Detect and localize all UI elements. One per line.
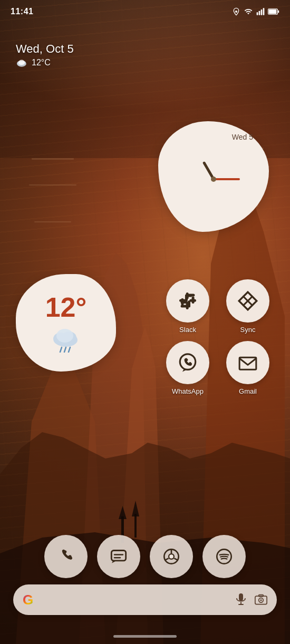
messages-icon: [109, 547, 129, 566]
svg-marker-10: [132, 501, 139, 516]
chrome-icon: [161, 547, 181, 567]
clock-date-label: Wed 5: [232, 133, 253, 141]
spotify-icon: [214, 547, 234, 567]
slack-icon: [177, 290, 199, 312]
status-time: 11:41: [11, 7, 33, 16]
svg-rect-19: [259, 11, 260, 15]
slack-label: Slack: [179, 326, 196, 334]
dock: [44, 535, 246, 578]
svg-rect-52: [239, 357, 256, 369]
wifi-icon: [244, 7, 253, 16]
svg-line-60: [165, 558, 169, 560]
svg-rect-12: [29, 184, 76, 186]
signal-icon: [256, 7, 265, 16]
clock-widget[interactable]: Wed 5: [158, 121, 269, 232]
svg-point-32: [56, 329, 73, 343]
weather-row: 12°C: [16, 58, 74, 67]
phone-icon: [56, 547, 75, 566]
svg-rect-18: [257, 12, 258, 15]
svg-line-33: [60, 347, 62, 352]
svg-point-17: [235, 11, 237, 13]
search-lens-icon[interactable]: [255, 594, 267, 606]
app-item-whatsapp[interactable]: WhatsApp: [161, 341, 214, 395]
svg-point-69: [260, 599, 262, 601]
svg-rect-67: [259, 595, 264, 597]
svg-point-28: [18, 60, 25, 65]
status-icons: [232, 7, 279, 16]
gmail-icon-circle: [226, 341, 269, 384]
search-mic-icon[interactable]: [235, 593, 247, 607]
svg-rect-42: [188, 294, 195, 297]
app-item-gmail[interactable]: Gmail: [221, 341, 274, 395]
weather-icon: [49, 325, 83, 353]
small-cloud-icon: [16, 58, 27, 67]
svg-rect-44: [179, 299, 186, 302]
weather-widget[interactable]: 12°: [16, 274, 116, 372]
battery-icon: [268, 8, 279, 15]
sync-label: Sync: [240, 326, 256, 334]
whatsapp-label: WhatsApp: [172, 387, 204, 395]
status-bar: 11:41: [0, 0, 290, 23]
svg-line-35: [69, 347, 70, 352]
app-item-slack[interactable]: Slack: [161, 279, 214, 334]
sync-icon-circle: [226, 279, 269, 323]
clock-minute-hand: [214, 178, 240, 180]
app-grid: Slack Sync WhatsApp: [161, 279, 274, 395]
svg-rect-13: [34, 221, 71, 222]
svg-rect-63: [239, 593, 243, 601]
clock-face: [185, 150, 243, 208]
svg-point-51: [180, 354, 195, 369]
svg-rect-53: [111, 550, 125, 560]
weather-temp-large: 12°: [45, 294, 87, 321]
dock-chrome[interactable]: [150, 535, 193, 578]
rain-cloud-icon: [49, 325, 83, 353]
dock-phone[interactable]: [44, 535, 88, 578]
home-indicator: [113, 635, 177, 638]
location-icon: [232, 7, 240, 16]
weather-temp-small: 12°C: [32, 58, 51, 67]
svg-rect-20: [261, 9, 263, 15]
weather-blob: 12°: [16, 274, 116, 372]
google-logo: G: [23, 592, 33, 608]
slack-icon-circle: [166, 279, 209, 323]
gmail-label: Gmail: [239, 387, 257, 395]
svg-rect-21: [263, 8, 265, 15]
whatsapp-icon-circle: [166, 341, 209, 384]
dock-spotify[interactable]: [202, 535, 246, 578]
google-g-letter: G: [23, 592, 33, 608]
svg-point-58: [169, 554, 173, 559]
sync-icon: [237, 290, 259, 312]
svg-rect-23: [269, 9, 277, 14]
svg-rect-46: [186, 292, 189, 299]
svg-rect-11: [32, 158, 74, 160]
clock-center-dot: [211, 177, 216, 182]
svg-rect-45: [189, 299, 196, 302]
date-display: Wed, Oct 5: [16, 42, 74, 56]
date-weather-header: Wed, Oct 5 12°C: [16, 42, 74, 67]
svg-line-34: [64, 347, 66, 352]
svg-rect-9: [134, 514, 137, 538]
svg-marker-8: [119, 506, 127, 519]
app-item-sync[interactable]: Sync: [221, 279, 274, 334]
clock-blob: Wed 5: [158, 121, 269, 232]
dock-messages[interactable]: [97, 535, 140, 578]
search-bar[interactable]: G: [13, 584, 277, 615]
gmail-icon: [236, 351, 259, 374]
svg-rect-24: [278, 11, 279, 13]
svg-line-61: [174, 558, 178, 560]
whatsapp-icon: [176, 350, 200, 375]
svg-rect-47: [186, 303, 189, 309]
